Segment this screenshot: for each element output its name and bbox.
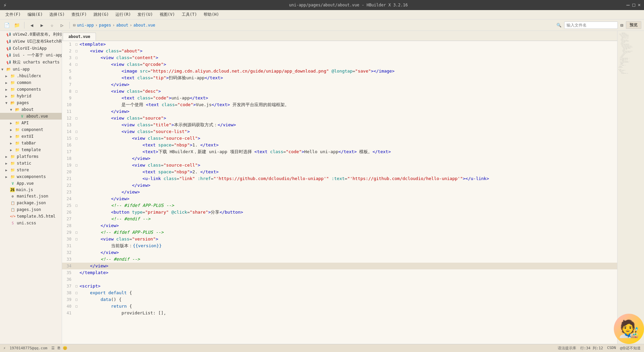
- toolbar-forward[interactable]: ▶: [38, 21, 46, 29]
- sidebar-item-appvue[interactable]: V App.vue: [0, 180, 62, 187]
- filter-icon[interactable]: ⊟: [621, 23, 623, 28]
- menu-file[interactable]: 文件(F): [3, 11, 23, 18]
- sidebar-item-static[interactable]: ▶ 📁 static: [0, 160, 62, 167]
- sidebar-item-about[interactable]: ▼ 📂 about: [0, 106, 62, 113]
- sidebar-item-tabbar[interactable]: ▶ 📁 tabBar: [0, 140, 62, 146]
- sidebar-item-pages[interactable]: ▼ 📂 pages: [0, 99, 62, 106]
- code-line-10: 10 是一个使用 <text class="code">Vue.js</text…: [62, 101, 617, 108]
- close-icon[interactable]: ✕: [638, 2, 641, 8]
- folder-icon: 📁: [10, 161, 15, 166]
- code-line-36: 36: [62, 276, 617, 283]
- sidebar-item-colorui[interactable]: 📢 ColorUI-UniApp: [0, 45, 62, 52]
- vue-file-icon: V: [10, 181, 15, 186]
- preview-button[interactable]: 预览: [626, 21, 641, 29]
- folder-icon: 📁: [15, 147, 20, 152]
- tab-bar: about.vue: [62, 31, 617, 41]
- sidebar-item-templateh5[interactable]: </> template.h5.html: [0, 213, 62, 220]
- breadcrumb-pages[interactable]: pages: [99, 23, 111, 28]
- code-line-12: 12 □ <view class="source">: [62, 115, 617, 122]
- minimize-icon[interactable]: ─: [626, 2, 630, 8]
- menu-goto[interactable]: 跳转(G): [91, 11, 112, 18]
- toolbar-open[interactable]: 📁: [13, 21, 21, 29]
- expand-arrow: ▶: [5, 155, 10, 159]
- expand-arrow: ▶: [10, 148, 15, 152]
- sidebar-item-iui[interactable]: 📢 iui - 一个基于 uni-app 的 UI...: [0, 52, 62, 59]
- toolbar-run[interactable]: ▷: [58, 21, 66, 29]
- toolbar: 📄 📁 ◀ ▶ ☆ ▷ ⊟ uni-app › pages › about › …: [0, 19, 644, 31]
- file-search-input[interactable]: [564, 21, 618, 29]
- window-controls[interactable]: ─ □ ✕: [626, 2, 641, 8]
- sidebar-item-uniscss[interactable]: S uni.scss: [0, 220, 62, 226]
- code-line-7: 7 </view>: [62, 81, 617, 88]
- sidebar-item-aboutvue[interactable]: V about.vue: [0, 113, 62, 120]
- code-line-20: 20 <text space="nbsp">2. </text>: [62, 169, 617, 175]
- menu-view[interactable]: 视图(V): [157, 11, 178, 18]
- expand-arrow: ▶: [5, 94, 10, 98]
- sidebar-item-platforms[interactable]: ▶ 📁 platforms: [0, 153, 62, 160]
- menu-select[interactable]: 选择(S): [47, 11, 67, 18]
- folder-icon: 📁: [10, 80, 15, 85]
- sidebar-item-store[interactable]: ▶ 📁 store: [0, 167, 62, 173]
- sidebar-item-uview2[interactable]: 📢 uView UI已发布Sketch和Axu...: [0, 38, 62, 45]
- maximize-icon[interactable]: □: [632, 2, 635, 8]
- expand-arrow: ▶: [10, 141, 15, 145]
- folder-icon: 📁: [10, 167, 15, 173]
- breadcrumb-about[interactable]: about: [116, 23, 128, 28]
- sidebar-item-packagejson[interactable]: 📋 package.json: [0, 200, 62, 206]
- tab-aboutvue[interactable]: about.vue: [63, 33, 96, 41]
- file-icon: 📢: [6, 39, 11, 44]
- status-left: ⚡ 1970148775@qq.com ☰ 🖹 😊: [3, 346, 67, 350]
- folder-icon: 📁: [10, 154, 15, 159]
- code-editor[interactable]: 1 □ <template> 2 □ <view class="about"> …: [62, 41, 617, 344]
- code-line-21: 21 <u-link class="link" :href="'https://…: [62, 175, 617, 182]
- folder-icon: 📁: [15, 140, 20, 146]
- menu-tools[interactable]: 工具(T): [179, 11, 200, 18]
- code-line-24: 24 </view>: [62, 195, 617, 202]
- sidebar-item-uview[interactable]: 📢 uView2.0重磅发布, 利剑出鞘...: [0, 31, 62, 38]
- status-qq: 1970148775@qq.com: [10, 346, 48, 350]
- search-icon: 🔍: [556, 23, 561, 28]
- status-icons: ☰ 🖹 😊: [51, 346, 67, 350]
- sidebar-item-hybrid[interactable]: ▶ 📁 hybrid: [0, 93, 62, 99]
- menu-publish[interactable]: 发行(U): [135, 11, 156, 18]
- status-right: 语法提示库 行:34 列:12 CSDN @你还不知道: [558, 346, 641, 351]
- toolbar-new[interactable]: 📄: [3, 21, 11, 29]
- minimap-content: <template> <view class="about"> <view cl…: [618, 31, 644, 76]
- menu-help[interactable]: 帮助(H): [201, 11, 222, 18]
- sidebar-item-hbuilderx[interactable]: ▶ 📁 .hbuilderx: [0, 73, 62, 79]
- code-line-8: 8 □ <view class="desc">: [62, 88, 617, 95]
- menu-run[interactable]: 运行(R): [113, 11, 133, 18]
- sidebar-item-extui[interactable]: ▶ 📁 extUI: [0, 133, 62, 140]
- expand-arrow: ▶: [10, 128, 15, 132]
- breadcrumb-root[interactable]: uni-app: [77, 23, 94, 28]
- sidebar-item-pagesjson[interactable]: 📋 pages.json: [0, 206, 62, 213]
- sidebar-item-components[interactable]: ▶ 📁 components: [0, 86, 62, 93]
- sidebar-item-manifestjson[interactable]: ⚙ manifest.json: [0, 193, 62, 200]
- expand-arrow: ▶: [5, 175, 10, 179]
- status-bar: ⚡ 1970148775@qq.com ☰ 🖹 😊 语法提示库 行:34 列:1…: [0, 344, 644, 352]
- js-file-icon: JS: [10, 187, 15, 192]
- sidebar-item-common[interactable]: ▶ 📁 common: [0, 79, 62, 86]
- toolbar-back[interactable]: ◀: [28, 21, 36, 29]
- sidebar-item-component[interactable]: ▶ 📁 component: [0, 126, 62, 133]
- menu-find[interactable]: 查找(F): [69, 11, 90, 18]
- expand-arrow: ▶: [5, 88, 10, 91]
- sidebar-item-api[interactable]: ▶ 📁 API: [0, 120, 62, 126]
- search-area: 🔍 ⊟ 预览: [556, 21, 641, 29]
- menu-edit[interactable]: 编辑(E): [25, 11, 46, 18]
- code-line-35: 35 </template>: [62, 269, 617, 276]
- toolbar-bookmark[interactable]: ☆: [48, 21, 56, 29]
- code-line-27: 27 <!-- #endif -->: [62, 216, 617, 222]
- code-line-29: 29 □ <!-- #ifdef APP-PLUS -->: [62, 229, 617, 236]
- sidebar-item-echarts[interactable]: 📢 秋云 ucharts echarts 高性能...: [0, 59, 62, 66]
- sidebar-item-uniapp[interactable]: ▼ 📂 uni-app: [0, 66, 62, 73]
- expand-arrow: ▶: [10, 135, 15, 138]
- folder-icon: 📁: [10, 174, 15, 179]
- main-layout: 📢 uView2.0重磅发布, 利剑出鞘... 📢 uView UI已发布Ske…: [0, 31, 644, 344]
- sidebar-item-mainjs[interactable]: JS main.js: [0, 187, 62, 193]
- breadcrumb-file[interactable]: about.vue: [133, 23, 155, 28]
- sidebar-item-wxcomponents[interactable]: ▶ 📁 wxcomponents: [0, 173, 62, 180]
- sidebar-item-template[interactable]: ▶ 📁 template: [0, 146, 62, 153]
- code-line-6: 6 <text class="tip">扫码体验uni-app</text>: [62, 75, 617, 81]
- code-line-15: 15 □ <view class="source-cell">: [62, 135, 617, 142]
